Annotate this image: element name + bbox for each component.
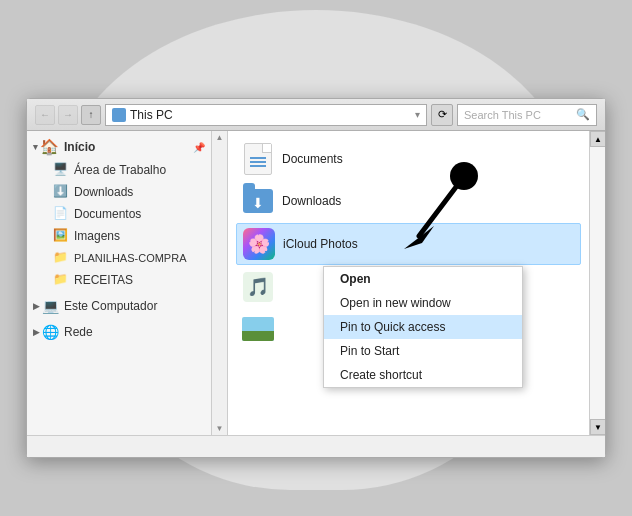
images-icon: 🖼️	[53, 228, 69, 244]
context-menu-pin-quick[interactable]: Pin to Quick access	[324, 315, 522, 339]
planilhas-icon: 📁	[53, 250, 69, 266]
sidebar-scroll-up[interactable]: ▲	[216, 133, 224, 142]
landscape-icon-shape	[242, 317, 274, 341]
scroll-up-button[interactable]: ▲	[590, 131, 605, 147]
music-file-icon: 🎵	[242, 271, 274, 303]
sidebar-desktop-label: Área de Trabalho	[74, 163, 166, 177]
sidebar-planilhas-label: PLANILHAS-COMPRA	[74, 252, 186, 264]
search-bar[interactable]: Search This PC 🔍	[457, 104, 597, 126]
sidebar-scrollbar[interactable]: ▲ ▼	[212, 131, 228, 435]
sidebar-item-downloads[interactable]: ⬇️ Downloads	[27, 181, 211, 203]
folder-tab	[243, 183, 255, 190]
forward-button[interactable]: →	[58, 105, 78, 125]
up-button[interactable]: ↑	[81, 105, 101, 125]
doc-folder-icon	[244, 143, 272, 175]
sidebar-documents-label: Documentos	[74, 207, 141, 221]
documents-icon: 📄	[53, 206, 69, 222]
context-menu-create-shortcut[interactable]: Create shortcut	[324, 363, 522, 387]
title-bar: ← → ↑ This PC ▾ ⟳ Search This PC 🔍	[27, 99, 605, 131]
downloads-file-icon: ⬇	[242, 185, 274, 217]
address-icon	[112, 108, 126, 122]
doc-line-2	[250, 161, 266, 163]
downloads-icon: ⬇️	[53, 184, 69, 200]
search-icon: 🔍	[576, 108, 590, 121]
sidebar-this-pc-header[interactable]: ▶ 💻 Este Computador	[27, 295, 211, 317]
scroll-track[interactable]	[590, 147, 605, 419]
sidebar-this-pc: ▶ 💻 Este Computador	[27, 295, 211, 317]
address-dropdown-arrow[interactable]: ▾	[415, 109, 420, 120]
address-bar[interactable]: This PC ▾	[105, 104, 427, 126]
doc-lines	[250, 157, 266, 167]
expand-network-icon: ▶	[33, 327, 40, 337]
file-item-documents[interactable]: Documents	[236, 139, 581, 179]
status-bar	[27, 435, 605, 457]
expand-pc-icon: ▶	[33, 301, 40, 311]
context-menu-open[interactable]: Open	[324, 267, 522, 291]
desktop-icon: 🖥️	[53, 162, 69, 178]
sidebar-item-images[interactable]: 🖼️ Imagens	[27, 225, 211, 247]
sidebar-receitas-label: RECEITAS	[74, 273, 133, 287]
sidebar-item-desktop[interactable]: 🖥️ Área de Trabalho	[27, 159, 211, 181]
sidebar-images-label: Imagens	[74, 229, 120, 243]
content-area: ▾ 🏠 Início 📌 🖥️ Área de Trabalho ⬇️ Down…	[27, 131, 605, 435]
sidebar-inicio-label: Início	[64, 140, 95, 154]
sidebar-inicio-header[interactable]: ▾ 🏠 Início 📌	[27, 135, 211, 159]
context-menu: Open Open in new window Pin to Quick acc…	[323, 266, 523, 388]
icloud-file-icon: 🌸	[243, 228, 275, 260]
back-button[interactable]: ←	[35, 105, 55, 125]
expand-inicio-icon: ▾	[33, 142, 38, 152]
doc-line-1	[250, 157, 266, 159]
downloads-folder-shape: ⬇	[243, 189, 273, 213]
file-item-downloads[interactable]: ⬇ Downloads	[236, 181, 581, 221]
pin-icon: 📌	[193, 142, 205, 153]
documents-file-icon	[242, 143, 274, 175]
file-explorer-window: ← → ↑ This PC ▾ ⟳ Search This PC 🔍 ▾ 🏠	[26, 98, 606, 458]
context-menu-open-new-window[interactable]: Open in new window	[324, 291, 522, 315]
sidebar-network: ▶ 🌐 Rede	[27, 321, 211, 343]
icloud-photos-icon: 🌸	[243, 228, 275, 260]
sidebar-item-receitas[interactable]: 📁 RECEITAS	[27, 269, 211, 291]
music-icon-shape: 🎵	[243, 272, 273, 302]
computer-icon: 💻	[42, 298, 59, 314]
scroll-down-button[interactable]: ▼	[590, 419, 605, 435]
sidebar-scroll-down[interactable]: ▼	[216, 424, 224, 433]
main-scrollbar[interactable]: ▲ ▼	[589, 131, 605, 435]
sidebar-network-header[interactable]: ▶ 🌐 Rede	[27, 321, 211, 343]
sidebar-item-documents[interactable]: 📄 Documentos	[27, 203, 211, 225]
sidebar-item-planilhas[interactable]: 📁 PLANILHAS-COMPRA	[27, 247, 211, 269]
this-pc-label: Este Computador	[64, 299, 157, 313]
sidebar-quick-access: ▾ 🏠 Início 📌 🖥️ Área de Trabalho ⬇️ Down…	[27, 135, 211, 291]
home-icon: 🏠	[40, 138, 59, 156]
landscape-file-icon	[242, 313, 274, 345]
context-menu-pin-start[interactable]: Pin to Start	[324, 339, 522, 363]
doc-line-3	[250, 165, 266, 167]
nav-buttons: ← → ↑	[35, 105, 101, 125]
down-arrow-icon: ⬇	[252, 195, 264, 211]
sidebar: ▾ 🏠 Início 📌 🖥️ Área de Trabalho ⬇️ Down…	[27, 131, 212, 435]
search-placeholder-text: Search This PC	[464, 109, 541, 121]
main-file-area: Documents ⬇ Downloads 🌸	[228, 131, 589, 435]
icloud-file-label: iCloud Photos	[283, 237, 358, 251]
file-item-icloud[interactable]: 🌸 iCloud Photos	[236, 223, 581, 265]
address-bar-wrapper: This PC ▾ ⟳	[105, 104, 453, 126]
downloads-file-label: Downloads	[282, 194, 341, 208]
network-icon: 🌐	[42, 324, 59, 340]
network-label: Rede	[64, 325, 93, 339]
address-text: This PC	[130, 108, 173, 122]
refresh-button[interactable]: ⟳	[431, 104, 453, 126]
documents-file-label: Documents	[282, 152, 343, 166]
receitas-icon: 📁	[53, 272, 69, 288]
sidebar-downloads-label: Downloads	[74, 185, 133, 199]
